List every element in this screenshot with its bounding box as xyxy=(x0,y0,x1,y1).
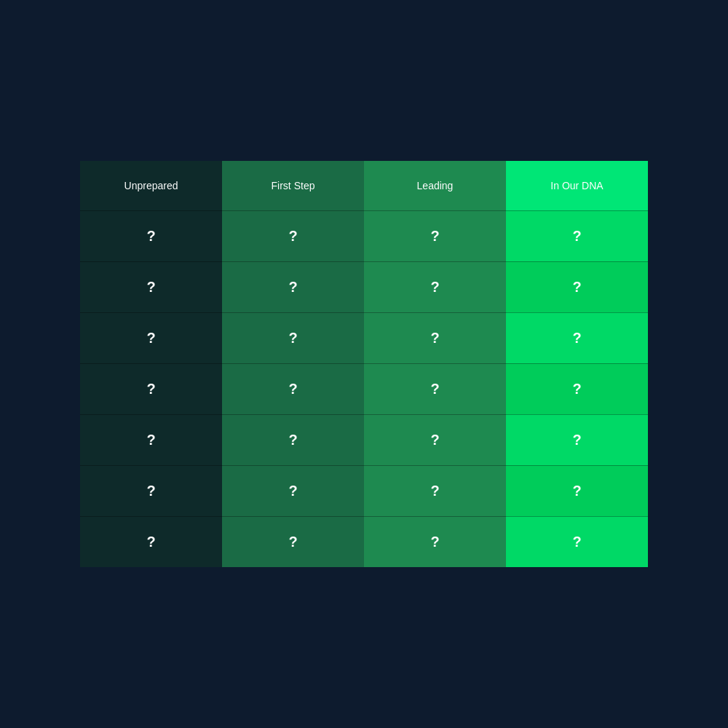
cell-leading: ? xyxy=(364,465,506,516)
table-row: ???? xyxy=(80,363,648,414)
cell-unprepared: ? xyxy=(80,210,222,261)
table-container: Unprepared First Step Leading In Our DNA… xyxy=(80,161,648,567)
cell-leading: ? xyxy=(364,210,506,261)
cell-dna: ? xyxy=(506,363,648,414)
cell-leading: ? xyxy=(364,363,506,414)
header-firststep: First Step xyxy=(222,161,364,210)
cell-dna: ? xyxy=(506,516,648,567)
header-unprepared: Unprepared xyxy=(80,161,222,210)
table-row: ???? xyxy=(80,312,648,363)
cell-unprepared: ? xyxy=(80,363,222,414)
table-row: ???? xyxy=(80,465,648,516)
cell-dna: ? xyxy=(506,414,648,465)
table-row: ???? xyxy=(80,210,648,261)
table-row: ???? xyxy=(80,261,648,312)
cell-unprepared: ? xyxy=(80,312,222,363)
cell-firststep: ? xyxy=(222,414,364,465)
cell-dna: ? xyxy=(506,465,648,516)
table-row: ???? xyxy=(80,516,648,567)
cell-firststep: ? xyxy=(222,465,364,516)
cell-leading: ? xyxy=(364,516,506,567)
cell-dna: ? xyxy=(506,210,648,261)
cell-leading: ? xyxy=(364,261,506,312)
header-row: Unprepared First Step Leading In Our DNA xyxy=(80,161,648,210)
cell-unprepared: ? xyxy=(80,465,222,516)
header-leading: Leading xyxy=(364,161,506,210)
cell-firststep: ? xyxy=(222,516,364,567)
cell-unprepared: ? xyxy=(80,261,222,312)
header-dna: In Our DNA xyxy=(506,161,648,210)
cell-unprepared: ? xyxy=(80,516,222,567)
cell-unprepared: ? xyxy=(80,414,222,465)
cell-firststep: ? xyxy=(222,363,364,414)
cell-leading: ? xyxy=(364,414,506,465)
cell-firststep: ? xyxy=(222,312,364,363)
cell-firststep: ? xyxy=(222,210,364,261)
table-row: ???? xyxy=(80,414,648,465)
cell-dna: ? xyxy=(506,261,648,312)
maturity-table: Unprepared First Step Leading In Our DNA… xyxy=(80,161,648,567)
cell-leading: ? xyxy=(364,312,506,363)
cell-firststep: ? xyxy=(222,261,364,312)
cell-dna: ? xyxy=(506,312,648,363)
